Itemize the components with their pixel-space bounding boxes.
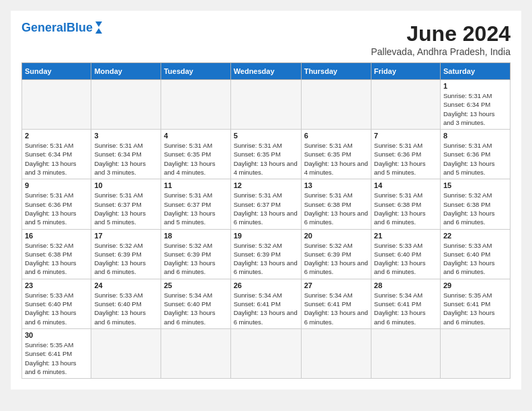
calendar-week-row: 16Sunrise: 5:32 AM Sunset: 6:38 PM Dayli…	[22, 229, 511, 279]
calendar-cell	[440, 328, 510, 378]
calendar-cell: 16Sunrise: 5:32 AM Sunset: 6:38 PM Dayli…	[22, 229, 91, 279]
day-info: Sunrise: 5:31 AM Sunset: 6:35 PM Dayligh…	[304, 141, 368, 177]
day-number: 12	[234, 181, 298, 189]
calendar-cell: 14Sunrise: 5:31 AM Sunset: 6:38 PM Dayli…	[371, 179, 440, 229]
calendar-cell: 27Sunrise: 5:34 AM Sunset: 6:41 PM Dayli…	[301, 279, 371, 328]
calendar-cell: 5Sunrise: 5:31 AM Sunset: 6:35 PM Daylig…	[230, 130, 301, 179]
header-monday: Monday	[91, 63, 161, 80]
day-info: Sunrise: 5:34 AM Sunset: 6:41 PM Dayligh…	[374, 291, 437, 326]
header-friday: Friday	[371, 63, 440, 80]
day-number: 21	[374, 232, 437, 240]
day-number: 16	[25, 232, 88, 240]
day-info: Sunrise: 5:32 AM Sunset: 6:38 PM Dayligh…	[25, 241, 88, 277]
day-number: 5	[234, 132, 298, 140]
day-number: 1	[443, 82, 507, 90]
day-number: 15	[443, 181, 507, 189]
calendar-cell: 9Sunrise: 5:31 AM Sunset: 6:36 PM Daylig…	[22, 179, 91, 229]
calendar-cell: 4Sunrise: 5:31 AM Sunset: 6:35 PM Daylig…	[161, 130, 230, 179]
calendar-cell: 17Sunrise: 5:32 AM Sunset: 6:39 PM Dayli…	[91, 229, 161, 279]
logo: GeneralBlue	[21, 21, 102, 34]
day-info: Sunrise: 5:32 AM Sunset: 6:39 PM Dayligh…	[304, 241, 368, 277]
logo-blue: Blue	[66, 21, 93, 34]
calendar-cell	[91, 80, 161, 130]
calendar-cell: 26Sunrise: 5:34 AM Sunset: 6:41 PM Dayli…	[230, 279, 301, 328]
header-tuesday: Tuesday	[161, 63, 230, 80]
calendar-cell: 18Sunrise: 5:32 AM Sunset: 6:39 PM Dayli…	[161, 229, 230, 279]
calendar-week-row: 30Sunrise: 5:35 AM Sunset: 6:41 PM Dayli…	[22, 328, 511, 378]
day-number: 29	[443, 281, 507, 289]
logo-general: General	[21, 21, 66, 34]
day-number: 25	[164, 281, 228, 289]
day-info: Sunrise: 5:32 AM Sunset: 6:39 PM Dayligh…	[164, 241, 228, 277]
day-info: Sunrise: 5:33 AM Sunset: 6:40 PM Dayligh…	[374, 241, 437, 277]
calendar-cell	[230, 80, 301, 130]
calendar-cell	[371, 328, 440, 378]
calendar-week-row: 2Sunrise: 5:31 AM Sunset: 6:34 PM Daylig…	[22, 130, 511, 179]
calendar-week-row: 1Sunrise: 5:31 AM Sunset: 6:34 PM Daylig…	[22, 80, 511, 130]
day-info: Sunrise: 5:33 AM Sunset: 6:40 PM Dayligh…	[94, 291, 158, 326]
calendar-cell: 10Sunrise: 5:31 AM Sunset: 6:37 PM Dayli…	[91, 179, 161, 229]
day-info: Sunrise: 5:35 AM Sunset: 6:41 PM Dayligh…	[443, 291, 507, 326]
title-block: June 2024 Pallevada, Andhra Pradesh, Ind…	[371, 21, 511, 57]
day-info: Sunrise: 5:31 AM Sunset: 6:35 PM Dayligh…	[234, 141, 298, 177]
calendar-cell: 23Sunrise: 5:33 AM Sunset: 6:40 PM Dayli…	[22, 279, 91, 328]
calendar-cell	[161, 80, 230, 130]
calendar-cell: 15Sunrise: 5:32 AM Sunset: 6:38 PM Dayli…	[440, 179, 510, 229]
day-info: Sunrise: 5:31 AM Sunset: 6:34 PM Dayligh…	[443, 91, 507, 127]
calendar-cell	[371, 80, 440, 130]
calendar-page: GeneralBlue June 2024 Pallevada, Andhra …	[11, 11, 521, 390]
day-number: 30	[25, 331, 88, 339]
title-location: Pallevada, Andhra Pradesh, India	[371, 46, 511, 57]
header: GeneralBlue June 2024 Pallevada, Andhra …	[21, 21, 511, 57]
calendar-cell: 20Sunrise: 5:32 AM Sunset: 6:39 PM Dayli…	[301, 229, 371, 279]
day-number: 18	[164, 232, 228, 240]
calendar-cell	[161, 328, 230, 378]
day-number: 26	[234, 281, 298, 289]
day-number: 2	[25, 132, 88, 140]
calendar-cell: 1Sunrise: 5:31 AM Sunset: 6:34 PM Daylig…	[440, 80, 510, 130]
calendar-cell: 11Sunrise: 5:31 AM Sunset: 6:37 PM Dayli…	[161, 179, 230, 229]
day-info: Sunrise: 5:33 AM Sunset: 6:40 PM Dayligh…	[25, 291, 88, 326]
calendar-cell: 2Sunrise: 5:31 AM Sunset: 6:34 PM Daylig…	[22, 130, 91, 179]
calendar-cell: 6Sunrise: 5:31 AM Sunset: 6:35 PM Daylig…	[301, 130, 371, 179]
header-thursday: Thursday	[301, 63, 371, 80]
day-info: Sunrise: 5:33 AM Sunset: 6:40 PM Dayligh…	[443, 241, 507, 277]
day-number: 20	[304, 232, 368, 240]
calendar-cell: 22Sunrise: 5:33 AM Sunset: 6:40 PM Dayli…	[440, 229, 510, 279]
day-info: Sunrise: 5:34 AM Sunset: 6:41 PM Dayligh…	[234, 291, 298, 326]
day-number: 24	[94, 281, 158, 289]
day-number: 23	[25, 281, 88, 289]
calendar-week-row: 9Sunrise: 5:31 AM Sunset: 6:36 PM Daylig…	[22, 179, 511, 229]
day-number: 22	[443, 232, 507, 240]
day-info: Sunrise: 5:31 AM Sunset: 6:35 PM Dayligh…	[164, 141, 228, 177]
day-info: Sunrise: 5:35 AM Sunset: 6:41 PM Dayligh…	[25, 340, 88, 376]
calendar-cell: 7Sunrise: 5:31 AM Sunset: 6:36 PM Daylig…	[371, 130, 440, 179]
header-saturday: Saturday	[440, 63, 510, 80]
calendar-cell: 30Sunrise: 5:35 AM Sunset: 6:41 PM Dayli…	[22, 328, 91, 378]
logo-text: GeneralBlue	[21, 21, 93, 34]
day-info: Sunrise: 5:34 AM Sunset: 6:40 PM Dayligh…	[164, 291, 228, 326]
day-number: 11	[164, 181, 228, 189]
calendar-cell	[230, 328, 301, 378]
day-info: Sunrise: 5:31 AM Sunset: 6:38 PM Dayligh…	[374, 191, 437, 226]
day-info: Sunrise: 5:31 AM Sunset: 6:36 PM Dayligh…	[374, 141, 437, 177]
header-sunday: Sunday	[22, 63, 91, 80]
day-info: Sunrise: 5:32 AM Sunset: 6:38 PM Dayligh…	[443, 191, 507, 226]
header-wednesday: Wednesday	[230, 63, 301, 80]
weekday-header-row: Sunday Monday Tuesday Wednesday Thursday…	[22, 63, 511, 80]
day-number: 8	[443, 132, 507, 140]
day-number: 27	[304, 281, 368, 289]
calendar-cell	[301, 80, 371, 130]
day-info: Sunrise: 5:31 AM Sunset: 6:37 PM Dayligh…	[94, 191, 158, 226]
day-info: Sunrise: 5:31 AM Sunset: 6:36 PM Dayligh…	[25, 191, 88, 226]
day-number: 13	[304, 181, 368, 189]
calendar-cell: 8Sunrise: 5:31 AM Sunset: 6:36 PM Daylig…	[440, 130, 510, 179]
day-number: 4	[164, 132, 228, 140]
day-number: 3	[94, 132, 158, 140]
day-info: Sunrise: 5:34 AM Sunset: 6:41 PM Dayligh…	[304, 291, 368, 326]
day-info: Sunrise: 5:31 AM Sunset: 6:34 PM Dayligh…	[25, 141, 88, 177]
calendar-week-row: 23Sunrise: 5:33 AM Sunset: 6:40 PM Dayli…	[22, 279, 511, 328]
calendar-cell	[91, 328, 161, 378]
calendar-cell: 3Sunrise: 5:31 AM Sunset: 6:34 PM Daylig…	[91, 130, 161, 179]
calendar-table: Sunday Monday Tuesday Wednesday Thursday…	[21, 62, 511, 379]
